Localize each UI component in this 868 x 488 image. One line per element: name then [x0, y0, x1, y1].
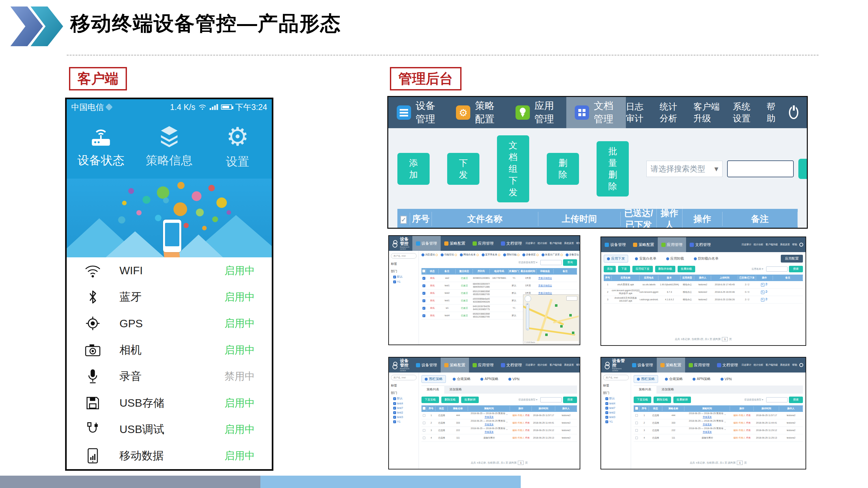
checkbox-checked-icon[interactable] — [393, 416, 396, 419]
tab[interactable]: VPN — [505, 376, 523, 382]
row-checkbox[interactable] — [635, 436, 638, 439]
nav-item[interactable]: 文档管理 — [713, 358, 742, 372]
row-checkbox[interactable] — [423, 277, 425, 280]
link[interactable]: 查看更多 — [485, 423, 494, 426]
nav-link[interactable]: 帮助 — [576, 242, 580, 245]
page-input[interactable] — [722, 337, 728, 341]
button[interactable]: 批量解绑 — [461, 397, 479, 403]
search-type-select[interactable]: 请选择搜索类型 ▾ — [517, 260, 539, 265]
checkbox-checked-icon[interactable] — [606, 411, 608, 414]
row-checkbox[interactable] — [635, 429, 638, 432]
nav-link[interactable]: 帮助 — [792, 243, 797, 246]
person-dispatch-icon[interactable] — [765, 282, 768, 286]
sidebar-search-input[interactable]: 用户名, imei — [391, 253, 416, 259]
doc-group-dispatch-button[interactable]: 文档组下发 — [497, 135, 529, 202]
nav-item[interactable]: 策略配置 — [657, 358, 685, 372]
nav-link[interactable]: 帮助 — [576, 363, 580, 367]
select-all-checkbox[interactable] — [423, 407, 426, 410]
page-input[interactable] — [737, 461, 743, 465]
button[interactable]: 下发策略 — [422, 397, 439, 403]
person-dispatch-icon[interactable] — [765, 297, 768, 301]
toolbar-link[interactable]: 功能管控 — [441, 253, 457, 256]
sidebar-tree-item[interactable]: test2 — [393, 411, 416, 414]
row-checkbox[interactable] — [423, 422, 425, 424]
row-checkbox[interactable] — [423, 292, 425, 295]
button[interactable]: 批量卸载 — [678, 266, 695, 272]
search-input[interactable] — [540, 397, 562, 402]
search-button[interactable]: 搜索 — [789, 266, 803, 272]
subtab[interactable]: 添加策略 — [444, 386, 467, 394]
toolbar-link[interactable]: 设备定位 — [566, 253, 580, 256]
sidebar-tree-item[interactable]: Y1 — [393, 280, 416, 283]
map-zoom-button[interactable] — [566, 296, 577, 301]
search-input[interactable] — [727, 160, 794, 177]
select-all-checkbox[interactable] — [422, 269, 425, 273]
link[interactable]: 查看更多 — [703, 423, 712, 426]
button[interactable]: 应用组下发 — [632, 266, 653, 272]
cell-text[interactable]: 停用 — [525, 429, 529, 432]
cell-text[interactable]: 停用 — [746, 429, 750, 432]
subtab[interactable]: 添加策略 — [656, 386, 679, 394]
cell-text[interactable]: 停用 — [525, 414, 529, 417]
nav-item-policy-config[interactable]: ⚙ 策略配置 — [447, 97, 507, 128]
map-compass-icon[interactable] — [525, 295, 531, 302]
checkbox-checked-icon[interactable] — [393, 275, 396, 279]
tab[interactable]: 安装白名单 — [632, 255, 659, 262]
nav-link[interactable]: 日志审计 — [742, 363, 751, 367]
button[interactable]: 批量解绑 — [673, 397, 691, 403]
sidebar-tree-item[interactable]: Y1 — [393, 420, 416, 423]
tab[interactable]: 防卸载白名单 — [691, 255, 721, 262]
nav-item-app-management[interactable]: 应用管理 — [507, 97, 566, 128]
row-checkbox[interactable] — [423, 299, 425, 302]
nav-link-help[interactable]: 帮助 — [767, 101, 778, 124]
nav-item[interactable]: 文档管理 — [497, 358, 526, 372]
cell-text[interactable]: 编辑 — [733, 422, 738, 425]
select-all-checkbox[interactable]: ✓ — [400, 216, 407, 224]
tab[interactable]: 应用下发 — [604, 255, 628, 263]
tab[interactable]: 围栏策略 — [634, 375, 658, 383]
nav-item[interactable]: 文档管理 — [497, 236, 526, 251]
sidebar-search-input[interactable]: 用户名, imei — [603, 375, 629, 380]
nav-item[interactable]: 应用管理 — [685, 358, 713, 372]
tab[interactable]: APN策略 — [477, 376, 501, 383]
row-checkbox[interactable] — [423, 307, 425, 310]
cell-text[interactable]: 停用 — [746, 414, 750, 417]
cell-text[interactable]: 作用人 — [518, 429, 524, 432]
sidebar-tree-item[interactable]: Y1 — [606, 420, 629, 423]
cell-text[interactable]: 作用人 — [739, 414, 745, 417]
button[interactable]: 删除策略 — [653, 397, 671, 403]
select-all-checkbox[interactable] — [635, 407, 638, 410]
row-checkbox[interactable] — [423, 314, 425, 317]
sidebar-tree-item[interactable]: test7 — [393, 406, 416, 410]
tab[interactable]: 合规策略 — [450, 376, 473, 383]
tab[interactable]: 合规策略 — [662, 376, 686, 383]
sidebar-tree-item[interactable]: test3 — [393, 416, 416, 419]
button[interactable]: 下发 — [618, 266, 630, 272]
nav-link[interactable]: 统计分析 — [754, 363, 764, 367]
person-dispatch-icon[interactable] — [765, 290, 768, 293]
cell-text[interactable]: 编辑 — [512, 414, 517, 417]
nav-link[interactable]: 客户端升级 — [766, 363, 778, 367]
toolbar-link[interactable]: 限制功能 — [503, 253, 520, 256]
nav-item[interactable]: 策略配置 — [629, 237, 658, 252]
subtab[interactable]: 策略列表 — [422, 386, 444, 394]
sidebar-tree-item[interactable]: test4 — [393, 402, 416, 405]
link[interactable]: 查看更多 — [485, 416, 494, 419]
sidebar-tree-item[interactable]: 默认 — [393, 275, 416, 279]
search-button[interactable]: 搜索 — [563, 397, 577, 403]
row-checkbox[interactable] — [423, 436, 425, 439]
nav-item[interactable]: 设备管理 — [628, 358, 657, 372]
tab[interactable]: VPN — [718, 376, 735, 382]
nav-link[interactable]: 日志审计 — [742, 243, 751, 246]
nav-item-doc-management[interactable]: 文档管理 — [566, 97, 625, 128]
checkbox-checked-icon[interactable] — [393, 420, 396, 423]
nav-link-system-settings[interactable]: 系统设置 — [733, 101, 756, 124]
page-input[interactable] — [518, 461, 524, 465]
button[interactable]: 删除策略 — [441, 397, 459, 403]
cell-text[interactable]: 编辑 — [512, 422, 517, 425]
app-config-button[interactable]: 应用配置 — [781, 255, 803, 263]
sidebar-tree-item[interactable]: test4 — [606, 402, 629, 405]
power-icon[interactable] — [799, 363, 803, 367]
sidebar-tree-item[interactable]: 默认 — [606, 397, 629, 400]
tab[interactable]: APN策略 — [690, 376, 714, 383]
